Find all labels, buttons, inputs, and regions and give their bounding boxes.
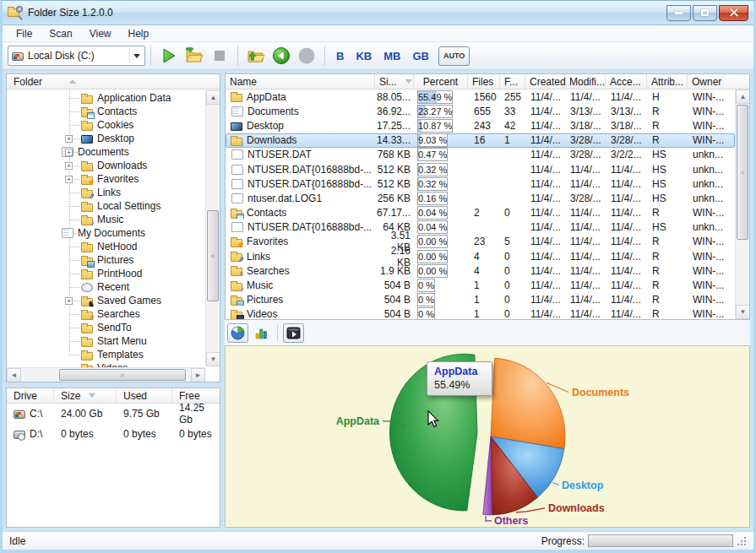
file-row-searches[interactable]: Searches1.9 KB0.00 %4011/4/...11/4/...11…	[226, 263, 735, 278]
maximize-button[interactable]	[693, 5, 717, 21]
file-row-ntuser-dat-016888bd[interactable]: NTUSER.DAT{016888bd-...512 KB0.32 %11/4/…	[226, 176, 735, 191]
created-col-header[interactable]: Created	[525, 74, 565, 89]
scroll-left-icon[interactable]: ◄	[7, 368, 21, 382]
unit-bytes-button[interactable]: B	[330, 50, 350, 62]
tree-item-favorites[interactable]: +Favorites	[7, 172, 205, 186]
scroll-down-icon[interactable]: ▼	[206, 352, 220, 366]
file-row-ntuser-dat-log1[interactable]: ntuser.dat.LOG1256 KB0.16 %11/4/...3/28/…	[226, 191, 735, 205]
minimize-button[interactable]	[666, 5, 691, 21]
bar-chart-button[interactable]	[251, 323, 272, 343]
menu-help[interactable]: Help	[120, 26, 158, 41]
unit-gb-button[interactable]: GB	[406, 50, 435, 62]
file-row-documents[interactable]: Documents36.92...23.27 %6553311/4/...3/1…	[226, 104, 735, 118]
tree-item-templates[interactable]: Templates	[7, 348, 205, 361]
tree-item-nethood[interactable]: NetHood	[7, 240, 205, 253]
name-cell: Documents	[226, 106, 376, 117]
tree-item-videos[interactable]: Videos	[7, 361, 205, 367]
tree-item-documents[interactable]: +Documents	[7, 145, 205, 159]
tree-hscroll-thumb[interactable]: ≡	[59, 369, 186, 381]
folder-tree-header[interactable]: Folder	[7, 74, 220, 89]
file-row-ntuser-dat[interactable]: NTUSER.DAT768 KB0.47 %11/4/...3/28/...3/…	[226, 148, 735, 162]
back-button[interactable]	[269, 44, 294, 68]
file-row-ntuser-dat-016888bd[interactable]: NTUSER.DAT{016888bd-...512 KB0.32 %11/4/…	[226, 162, 735, 176]
resize-grip[interactable]	[737, 536, 747, 546]
size-col-header[interactable]: Si...	[375, 74, 414, 89]
used-col-header[interactable]: Used	[117, 388, 172, 403]
files-col-header[interactable]: Files	[468, 74, 500, 89]
scan-stop-button[interactable]	[207, 44, 232, 68]
unit-kb-button[interactable]: KB	[350, 50, 378, 62]
modified-cell: 11/4/...	[566, 207, 606, 219]
modified-col-header[interactable]: Modifi...	[565, 74, 606, 89]
size-col-header[interactable]: Size	[54, 388, 117, 403]
tree-item-contacts[interactable]: Contacts	[7, 105, 205, 118]
file-row-links[interactable]: Links2.16 KB0.00 %4011/4/...11/4/...11/4…	[226, 249, 735, 263]
file-row-favorites[interactable]: Favorites3.51 KB0.00 %23511/4/...11/4/..…	[226, 235, 735, 249]
export-chart-button[interactable]	[283, 323, 304, 343]
tree-item-downloads[interactable]: +Downloads	[7, 159, 205, 172]
scroll-right-icon[interactable]: ►	[191, 368, 205, 382]
tree-item-sendto[interactable]: SendTo	[7, 321, 205, 334]
file-list-scroll-thumb[interactable]: ≡	[737, 105, 748, 240]
file-row-desktop[interactable]: Desktop17.25...10.87 %2434211/4/...3/18/…	[226, 118, 735, 133]
scan-start-button[interactable]	[156, 44, 182, 68]
pie-slice-others[interactable]	[483, 436, 492, 515]
file-row-music[interactable]: Music504 B0 %1011/4/...11/4/...11/4/...R…	[226, 278, 735, 292]
file-list-scrollbar[interactable]: ▲ ≡ ▼	[735, 89, 749, 319]
close-button[interactable]	[719, 5, 748, 21]
tree-line	[69, 220, 79, 220]
file-row-downloads[interactable]: Downloads14.33...9.03 %16111/4/...3/28/.…	[226, 133, 735, 148]
tree-item-local-settings[interactable]: Local Settings	[7, 199, 205, 213]
percent-bar: 0.00 %	[417, 250, 448, 263]
file-row-videos[interactable]: Videos504 B0 %1011/4/...11/4/...11/4/...…	[226, 307, 735, 319]
tree-vertical-scrollbar[interactable]: ▲ ≡ ▼	[205, 90, 220, 366]
up-folder-button[interactable]	[243, 44, 269, 68]
file-row-appdata[interactable]: AppData88.05...55.49 %156025511/4/...11/…	[226, 89, 735, 104]
attributes-col-header[interactable]: Attrib...	[647, 74, 688, 89]
tree-item-recent[interactable]: Recent	[7, 280, 205, 294]
drive-row-d[interactable]: D:\0 bytes0 bytes0 bytes	[7, 424, 220, 444]
tree-horizontal-scrollbar[interactable]: ◄ ≡ ►	[7, 367, 205, 382]
menu-file[interactable]: File	[8, 26, 41, 41]
expand-plus-icon[interactable]: +	[65, 149, 73, 156]
tree-vscroll-thumb[interactable]: ≡	[207, 210, 219, 301]
tree-item-links[interactable]: Links	[7, 186, 205, 199]
tree-item-desktop[interactable]: +Desktop	[7, 132, 205, 145]
drive-selector-dropdown[interactable]: Local Disk (C:)	[8, 46, 145, 66]
expand-plus-icon[interactable]: +	[65, 135, 73, 143]
expand-plus-icon[interactable]: +	[65, 176, 73, 183]
tree-item-printhood[interactable]: PrintHood	[7, 267, 205, 280]
file-row-ntuser-dat-016888bd[interactable]: NTUSER.DAT{016888bd-...64 KB0.04 %11/4/.…	[226, 220, 735, 235]
menu-view[interactable]: View	[81, 26, 120, 41]
scroll-down-icon[interactable]: ▼	[736, 305, 750, 319]
tree-item-pictures[interactable]: Pictures	[7, 253, 205, 267]
folders-col-header[interactable]: F...	[500, 74, 525, 89]
tree-item-searches[interactable]: Searches	[7, 307, 205, 321]
unit-auto-toggle[interactable]: AUTO	[438, 46, 470, 66]
name-col-header[interactable]: Name	[226, 74, 375, 89]
unit-mb-button[interactable]: MB	[378, 50, 406, 62]
accessed-col-header[interactable]: Acce...	[606, 74, 647, 89]
file-row-contacts[interactable]: Contacts67.17...0.04 %2011/4/...11/4/...…	[226, 206, 735, 220]
scroll-up-icon[interactable]: ▲	[206, 90, 220, 105]
file-row-pictures[interactable]: Pictures504 B0 %1011/4/...11/4/...11/4/.…	[226, 293, 735, 307]
size-cell: 504 B	[376, 294, 415, 306]
tree-item-cookies[interactable]: Cookies	[7, 118, 205, 132]
expand-plus-icon[interactable]: +	[65, 162, 73, 170]
pie-slice-documents[interactable]	[491, 358, 565, 448]
free-col-header[interactable]: Free	[172, 388, 220, 403]
tree-item-my-documents[interactable]: My Documents	[7, 226, 205, 240]
tree-item-application-data[interactable]: Application Data	[7, 91, 205, 105]
scan-folder-button[interactable]	[182, 44, 207, 68]
drive-col-header[interactable]: Drive	[7, 388, 54, 403]
pie-chart-button[interactable]	[227, 323, 248, 343]
tree-item-start-menu[interactable]: Start Menu	[7, 334, 205, 348]
menu-scan[interactable]: Scan	[41, 26, 80, 41]
percent-col-header[interactable]: Percent	[414, 74, 468, 89]
scroll-up-icon[interactable]: ▲	[736, 89, 750, 104]
tree-item-saved-games[interactable]: +Saved Games	[7, 294, 205, 307]
owner-col-header[interactable]: Owner	[688, 74, 735, 89]
tree-item-music[interactable]: Music	[7, 213, 205, 226]
drive-row-c[interactable]: C:\24.00 Gb9.75 Gb14.25 Gb	[7, 404, 220, 424]
expand-plus-icon[interactable]: +	[65, 297, 73, 305]
